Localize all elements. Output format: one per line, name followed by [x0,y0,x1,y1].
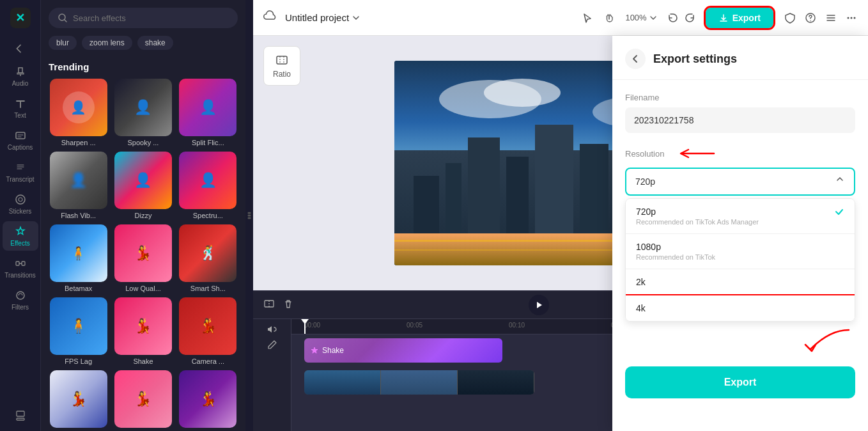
resolution-dropdown[interactable]: 720p [625,168,855,196]
timeline-split-btn[interactable] [263,298,275,312]
dropdown-chevron-icon [835,176,845,187]
resolution-option-1080p-desc: Recommended on TikTok [636,253,844,261]
timeline-delete-btn[interactable] [283,298,294,312]
effect-betamax[interactable]: 🧍 Betamax [49,224,108,292]
export-action-button[interactable]: Export [625,366,855,398]
sidebar-label-stickers: Stickers [9,208,32,215]
playhead-triangle [301,319,309,324]
resolution-option-4k-name: 4k [636,303,844,313]
effect-flashvib[interactable]: 👤 Flash Vib... [49,152,108,219]
redo-btn[interactable] [684,12,695,24]
effect-thumb-sharpen: 👤 [50,79,107,136]
timeline-playhead[interactable] [304,319,306,334]
effect-shake[interactable]: 💃 Shake [113,297,173,365]
sidebar-item-filters[interactable]: Filters [3,285,38,315]
chevron-down-icon [352,13,360,22]
svg-point-7 [17,292,24,299]
resolution-option-1080p[interactable]: 1080p Recommended on TikTok [626,234,855,269]
volume-btn[interactable] [258,324,286,334]
effect-label-spectru: Spectru... [179,212,236,219]
svg-rect-9 [17,411,24,416]
sidebar-collapse-btn[interactable] [3,38,38,59]
effect-thumb-flashvib: 👤 [50,152,107,209]
effect-label-flashvib: Flash Vib... [50,212,107,219]
video-segment-1 [304,370,381,395]
effect-thumb-rainbow: 💃 [114,370,172,428]
resolution-label: Resolution [625,149,664,159]
effect-playpen[interactable]: 💃 Play Pen... [178,370,238,431]
svg-text:✕: ✕ [15,12,25,24]
main-content: Untitled project 100% [253,0,868,431]
play-button[interactable] [529,295,549,315]
effect-smartsh[interactable]: 🕺 Smart Sh... [178,224,238,292]
tag-blur[interactable]: blur [49,36,77,50]
shake-clip[interactable]: Shake [304,338,502,363]
effect-thumb-dizzy: 👤 [114,152,172,209]
sidebar-item-captions[interactable]: Captions [3,125,38,155]
shake-clip-label: Shake [322,346,344,355]
sidebar-item-audio[interactable]: Audio [3,61,38,91]
resolution-options-list: 720p Recommended on TikTok Ads Manager 1… [625,198,855,322]
search-effects-input[interactable] [73,13,229,23]
cursor-tool-btn[interactable] [582,12,593,24]
red-arrow-resolution [669,146,720,161]
effect-camera[interactable]: 💃 Camera ... [178,297,238,365]
cloud-icon [263,9,277,26]
edit-btn[interactable] [258,340,286,350]
sidebar-item-transitions[interactable]: Transitions [3,253,38,283]
icon-sidebar: ✕ Audio Text Captions Transcript [0,0,41,431]
effect-thumb-fpslag: 🧍 [50,297,107,355]
effect-thumb-spooky: 👤 [114,79,172,136]
sidebar-item-effects[interactable]: Effects [3,221,38,251]
resolution-option-4k[interactable]: 4k [626,295,855,321]
effects-grid: 👤 Sharpen ... 👤 Spooky ... 👤 Split Flic.… [41,79,245,431]
resolution-selected-value: 720p [635,176,655,187]
sidebar-label-audio: Audio [12,80,29,87]
sidebar-label-transitions: Transitions [4,272,36,279]
effect-thumb-smartsh: 🕺 [179,224,236,282]
sidebar-item-grid[interactable] [3,405,38,426]
sidebar-item-text[interactable]: Text [3,93,38,123]
project-name[interactable]: Untitled project [285,12,360,23]
undo-btn[interactable] [667,12,679,24]
effect-splitflic[interactable]: 👤 Split Flic... [178,79,238,146]
trending-label: Trending [41,56,245,79]
help-icon-btn[interactable] [804,12,817,24]
video-clip[interactable] [304,370,534,395]
tag-shake[interactable]: shake [137,36,173,50]
effect-fpslag[interactable]: 🧍 FPS Lag [49,297,108,365]
resolution-label-row: Resolution [625,146,855,161]
effect-sharpen[interactable]: 👤 Sharpen ... [49,79,108,146]
effect-label-spooky: Spooky ... [114,139,172,146]
export-button[interactable]: Export [706,8,773,28]
resolution-option-720p[interactable]: 720p Recommended on TikTok Ads Manager [626,199,855,234]
shield-icon-btn[interactable] [784,12,796,24]
effect-diamond[interactable]: 💃 Diamond... [49,370,108,431]
effect-spooky[interactable]: 👤 Spooky ... [113,79,173,146]
tag-zoomlens[interactable]: zoom lens [82,36,132,50]
effect-lowqual[interactable]: 💃 Low Qual... [113,224,173,292]
ratio-icon [275,53,289,67]
ratio-button[interactable]: Ratio [263,46,300,86]
svg-point-20 [851,17,853,19]
effect-spectru[interactable]: 👤 Spectru... [178,152,238,219]
sidebar-label-effects: Effects [10,240,29,247]
svg-rect-8 [17,418,24,420]
search-bar[interactable] [49,8,238,28]
filename-input[interactable] [625,107,855,133]
export-back-button[interactable] [625,49,646,69]
settings-icon-btn[interactable] [825,12,837,24]
resize-handle[interactable] [245,0,253,431]
sidebar-item-stickers[interactable]: Stickers [3,189,38,219]
effect-dizzy[interactable]: 👤 Dizzy [113,152,173,219]
svg-point-3 [16,195,25,204]
sidebar-label-text: Text [14,112,26,119]
hand-tool-btn[interactable] [603,12,615,24]
more-options-btn[interactable] [845,12,858,24]
effect-rainbow[interactable]: 💃 Rainbow ... [113,370,173,431]
svg-point-15 [249,215,251,217]
svg-point-25 [484,79,561,107]
zoom-control[interactable]: 100% [625,13,656,22]
resolution-option-2k[interactable]: 2k [626,269,855,295]
sidebar-item-transcript[interactable]: Transcript [3,157,38,187]
